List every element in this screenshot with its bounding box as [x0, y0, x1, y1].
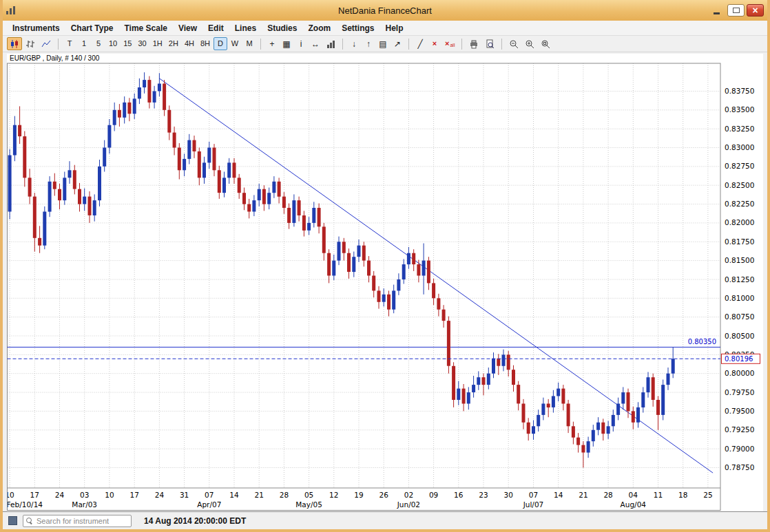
menu-item-zoom[interactable]: Zoom — [302, 22, 336, 34]
search-input[interactable] — [35, 516, 136, 526]
chart-canvas[interactable]: 0.837500.835000.832500.830000.827500.825… — [7, 54, 763, 511]
print-icon — [469, 39, 479, 49]
svg-text:17: 17 — [30, 491, 39, 499]
svg-text:0.82500: 0.82500 — [725, 181, 754, 189]
tf-5min-button[interactable]: 5 — [92, 37, 105, 50]
tf-1min-button[interactable]: 1 — [77, 37, 91, 50]
arrow-up-icon: ↑ — [366, 40, 371, 48]
svg-text:24: 24 — [155, 491, 165, 499]
menu-item-chart-type[interactable]: Chart Type — [65, 22, 119, 34]
svg-text:07: 07 — [205, 491, 214, 499]
toolbar-separator — [342, 39, 343, 50]
hscroll-icon: ↔ — [311, 40, 320, 48]
instrument-search-box[interactable] — [23, 515, 132, 527]
svg-text:0.79750: 0.79750 — [725, 388, 754, 396]
svg-text:03: 03 — [80, 491, 89, 499]
svg-text:0.82250: 0.82250 — [725, 200, 754, 208]
tf-daily-button[interactable]: D — [214, 37, 227, 50]
svg-text:28: 28 — [280, 491, 289, 499]
grid-toggle-button[interactable]: ▦ — [280, 37, 293, 50]
svg-text:16: 16 — [454, 491, 464, 499]
svg-text:0.80500: 0.80500 — [725, 332, 754, 340]
tf-30min-button[interactable]: 30 — [136, 37, 149, 50]
maximize-button[interactable] — [727, 4, 745, 17]
svg-text:18: 18 — [678, 491, 687, 499]
svg-text:0.80750: 0.80750 — [725, 312, 754, 321]
svg-text:May/05: May/05 — [295, 500, 322, 509]
delete-line-button[interactable]: × — [428, 37, 441, 50]
scale-up-button[interactable]: ↑ — [362, 37, 375, 50]
delete-all-icon: ×all — [445, 40, 455, 47]
svg-text:19: 19 — [354, 491, 363, 499]
zoom-in-button[interactable] — [522, 37, 537, 50]
volume-button[interactable] — [323, 37, 338, 50]
svg-text:28: 28 — [603, 491, 612, 499]
menu-item-view[interactable]: View — [173, 22, 202, 34]
tf-2hour-button[interactable]: 2H — [166, 37, 181, 50]
toolbar-separator — [501, 39, 502, 50]
svg-text:0.78750: 0.78750 — [725, 463, 754, 471]
minimize-button[interactable] — [708, 4, 725, 17]
horizontal-scroll-button[interactable]: ↔ — [309, 37, 322, 50]
last-update-timestamp: 14 Aug 2014 20:00:00 EDT — [144, 516, 246, 526]
status-bar: 14 Aug 2014 20:00:00 EDT — [3, 511, 767, 529]
draw-arrow-button[interactable]: ↗ — [391, 37, 404, 50]
close-button[interactable]: × — [747, 4, 764, 17]
crosshair-button[interactable]: + — [265, 37, 279, 50]
svg-text:17: 17 — [130, 491, 139, 499]
ohlc-bar-chart-button[interactable] — [23, 37, 38, 50]
svg-text:Apr/07: Apr/07 — [197, 500, 221, 509]
scale-down-button[interactable]: ↓ — [347, 37, 361, 50]
zoom-in-icon — [525, 39, 534, 49]
tf-10min-button[interactable]: 10 — [106, 37, 120, 50]
tf-4hour-button[interactable]: 4H — [182, 37, 197, 50]
svg-text:0.81250: 0.81250 — [725, 275, 754, 284]
crosshair-icon: + — [269, 40, 274, 48]
svg-text:12: 12 — [329, 491, 338, 499]
menu-item-help[interactable]: Help — [379, 22, 408, 34]
tf-1hour-button[interactable]: 1H — [150, 37, 165, 50]
svg-text:0.82000: 0.82000 — [725, 218, 754, 226]
delete-all-lines-button[interactable]: ×all — [442, 37, 457, 50]
svg-text:0.83750: 0.83750 — [725, 87, 754, 95]
preview-icon — [485, 39, 495, 49]
menu-item-instruments[interactable]: Instruments — [7, 22, 65, 34]
arrow-down-icon: ↓ — [352, 40, 356, 48]
delete-icon: × — [433, 40, 437, 47]
menu-item-edit[interactable]: Edit — [202, 22, 229, 34]
tf-monthly-button[interactable]: M — [242, 37, 256, 50]
tf-weekly-button[interactable]: W — [228, 37, 242, 50]
svg-text:Jul/07: Jul/07 — [523, 500, 544, 509]
menu-item-lines[interactable]: Lines — [229, 22, 262, 34]
svg-text:30: 30 — [504, 491, 513, 499]
line-chart-button[interactable] — [39, 37, 54, 50]
svg-text:0.79500: 0.79500 — [725, 407, 754, 415]
svg-text:Aug/04: Aug/04 — [621, 500, 647, 509]
svg-text:02: 02 — [404, 491, 413, 499]
zoom-out-button[interactable] — [506, 37, 521, 50]
trend-lines-button[interactable]: ╱ — [413, 37, 427, 50]
tf-15min-button[interactable]: 15 — [121, 37, 134, 50]
zoom-reset-button[interactable] — [538, 37, 553, 50]
svg-text:0.80350: 0.80350 — [688, 338, 716, 345]
tf-8hour-button[interactable]: 8H — [198, 37, 213, 50]
print-button[interactable] — [466, 37, 481, 50]
svg-text:25: 25 — [703, 491, 712, 499]
trendline-icon: ╱ — [417, 40, 422, 48]
candlestick-chart-button[interactable] — [7, 37, 22, 50]
compare-icon: ▤ — [379, 40, 386, 48]
menu-item-settings[interactable]: Settings — [336, 22, 379, 34]
toolbar-separator — [58, 39, 59, 50]
svg-text:14: 14 — [554, 491, 563, 499]
info-button[interactable]: i — [294, 37, 308, 50]
compare-charts-button[interactable]: ▤ — [376, 37, 390, 50]
svg-text:Feb/10/14: Feb/10/14 — [7, 500, 43, 509]
toolbar-separator — [408, 39, 409, 50]
print-preview-button[interactable] — [482, 37, 497, 50]
title-bar: NetDania FinanceChart × — [3, 0, 767, 21]
menu-item-studies[interactable]: Studies — [262, 22, 302, 34]
tf-tick-button[interactable]: T — [63, 37, 76, 50]
info-icon: i — [300, 40, 302, 48]
menu-item-time-scale[interactable]: Time Scale — [118, 22, 172, 34]
svg-text:0.79250: 0.79250 — [725, 425, 754, 434]
